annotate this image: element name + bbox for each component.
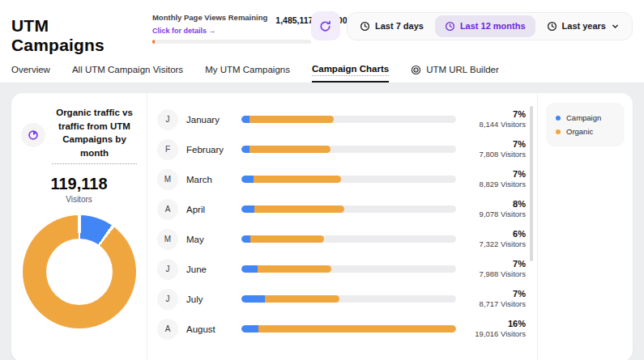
tab-campaign-charts[interactable]: Campaign Charts bbox=[312, 58, 389, 83]
month-row: M May 6% 7,322 Visitors bbox=[157, 224, 526, 254]
month-bar[interactable] bbox=[241, 116, 456, 123]
quota-progress-fill bbox=[152, 40, 155, 44]
month-stats: 7% 8,144 Visitors bbox=[467, 109, 526, 130]
visitors-count: 7,988 Visitors bbox=[467, 269, 526, 279]
total-visitors-value: 119,118 bbox=[21, 175, 137, 193]
month-stats: 7% 7,808 Visitors bbox=[467, 139, 526, 160]
month-initial-badge: J bbox=[157, 259, 178, 280]
month-initial-badge: A bbox=[157, 319, 178, 340]
campaign-charts-card: Organic traffic vs traffic from UTM Camp… bbox=[11, 93, 633, 360]
month-initial-badge: J bbox=[157, 289, 178, 310]
refresh-button[interactable] bbox=[311, 11, 340, 40]
month-bar[interactable] bbox=[241, 265, 456, 273]
time-range-label: Last years bbox=[562, 21, 606, 31]
legend-label: Organic bbox=[566, 127, 593, 136]
page-header: UTM Campaigns Monthly Page Views Remaini… bbox=[0, 0, 644, 83]
month-label: January bbox=[186, 115, 241, 125]
header-top-row: UTM Campaigns Monthly Page Views Remaini… bbox=[0, 0, 644, 58]
month-rows: J January 7% 8,144 Visitors F February 7… bbox=[157, 104, 526, 344]
campaign-share-percent: 7% bbox=[467, 169, 526, 180]
month-row: J January 7% 8,144 Visitors bbox=[157, 104, 526, 134]
page-content: Organic traffic vs traffic from UTM Camp… bbox=[0, 83, 644, 360]
campaign-share-percent: 6% bbox=[467, 229, 526, 240]
campaign-share-percent: 7% bbox=[467, 109, 526, 121]
clock-icon bbox=[360, 21, 370, 32]
tab-my-utm-campaigns[interactable]: My UTM Campaigns bbox=[205, 58, 290, 83]
legend-panel: Campaign Organic bbox=[537, 93, 633, 360]
organic-bar-segment bbox=[258, 265, 332, 273]
month-bar[interactable] bbox=[241, 176, 456, 183]
campaign-bar-segment bbox=[241, 235, 250, 243]
campaign-bar-segment bbox=[241, 176, 254, 183]
month-bar[interactable] bbox=[241, 295, 456, 303]
time-range-option[interactable]: Last 7 days bbox=[350, 15, 433, 37]
month-stats: 7% 7,988 Visitors bbox=[467, 259, 526, 280]
visitors-count: 19,016 Visitors bbox=[467, 329, 526, 339]
month-stats: 7% 8,829 Visitors bbox=[467, 169, 526, 190]
time-range-option[interactable]: Last years bbox=[537, 15, 629, 37]
month-label: February bbox=[186, 145, 241, 155]
time-range-label: Last 7 days bbox=[375, 21, 424, 31]
monthly-bars-panel: J January 7% 8,144 Visitors F February 7… bbox=[147, 93, 537, 360]
tab-overview[interactable]: Overview bbox=[11, 58, 50, 83]
month-row: F February 7% 7,808 Visitors bbox=[157, 134, 526, 164]
summary-panel: Organic traffic vs traffic from UTM Camp… bbox=[11, 93, 147, 360]
header-controls: Last 7 days Last 12 months L bbox=[311, 11, 633, 40]
month-label: August bbox=[186, 324, 241, 334]
time-range-label: Last 12 months bbox=[460, 21, 526, 31]
quota-label: Monthly Page Views Remaining bbox=[152, 13, 267, 22]
campaign-share-percent: 7% bbox=[467, 259, 526, 270]
donut-hole bbox=[46, 239, 113, 305]
month-row: J July 7% 8,717 Visitors bbox=[157, 284, 526, 314]
month-initial-badge: J bbox=[157, 109, 178, 130]
quota-details-link[interactable]: Click for details → bbox=[152, 27, 216, 35]
legend-dot-icon bbox=[556, 116, 561, 121]
month-bar[interactable] bbox=[241, 146, 456, 153]
total-visitors-label: Visitors bbox=[21, 195, 137, 204]
month-stats: 16% 19,016 Visitors bbox=[467, 319, 526, 340]
refresh-icon bbox=[319, 20, 331, 32]
legend-dot-icon bbox=[556, 129, 561, 134]
legend-item: Campaign bbox=[556, 111, 615, 125]
time-range-segmented-control: Last 7 days Last 12 months L bbox=[347, 12, 633, 40]
visitors-count: 8,144 Visitors bbox=[467, 120, 526, 129]
quota-text-block: Monthly Page Views Remaining Click for d… bbox=[152, 13, 267, 36]
campaign-bar-segment bbox=[241, 116, 249, 123]
pie-chart-icon bbox=[28, 129, 39, 141]
organic-bar-segment bbox=[265, 295, 339, 303]
organic-bar-segment bbox=[249, 116, 334, 123]
month-label: July bbox=[186, 294, 241, 304]
organic-bar-segment bbox=[249, 146, 331, 153]
chart-badge bbox=[21, 123, 45, 147]
page-views-quota: Monthly Page Views Remaining Click for d… bbox=[152, 13, 311, 44]
donut-chart bbox=[23, 215, 136, 328]
month-initial-badge: M bbox=[157, 169, 178, 190]
tab-utm-url-builder[interactable]: UTM URL Builder bbox=[411, 58, 499, 83]
month-bar[interactable] bbox=[241, 205, 456, 213]
summary-title: Organic traffic vs traffic from UTM Camp… bbox=[52, 106, 137, 164]
campaign-share-percent: 16% bbox=[467, 319, 526, 330]
month-row: A August 16% 19,016 Visitors bbox=[157, 314, 526, 344]
campaign-share-percent: 7% bbox=[467, 289, 526, 300]
target-icon bbox=[411, 65, 421, 75]
clock-icon bbox=[445, 21, 455, 32]
time-range-option[interactable]: Last 12 months bbox=[435, 15, 535, 37]
organic-bar-segment bbox=[254, 205, 344, 213]
campaign-bar-segment bbox=[241, 265, 258, 273]
month-label: June bbox=[186, 265, 241, 274]
quota-progress-bar bbox=[152, 40, 311, 44]
month-stats: 8% 9,078 Visitors bbox=[467, 199, 526, 220]
visitors-count: 8,717 Visitors bbox=[467, 299, 526, 309]
month-row: J June 7% 7,988 Visitors bbox=[157, 254, 526, 284]
campaign-share-percent: 8% bbox=[467, 199, 526, 210]
vertical-scrollbar[interactable] bbox=[530, 106, 533, 261]
month-row: M March 7% 8,829 Visitors bbox=[157, 164, 526, 194]
visitors-count: 9,078 Visitors bbox=[467, 210, 526, 219]
month-initial-badge: A bbox=[157, 199, 178, 220]
organic-bar-segment bbox=[258, 325, 456, 332]
tab-all-utm-campaign-visitors[interactable]: All UTM Campaign Visitors bbox=[72, 58, 183, 83]
month-bar[interactable] bbox=[241, 325, 456, 332]
visitors-count: 7,808 Visitors bbox=[467, 150, 526, 159]
month-bar[interactable] bbox=[241, 235, 456, 243]
page-title: UTM Campaigns bbox=[11, 16, 131, 55]
